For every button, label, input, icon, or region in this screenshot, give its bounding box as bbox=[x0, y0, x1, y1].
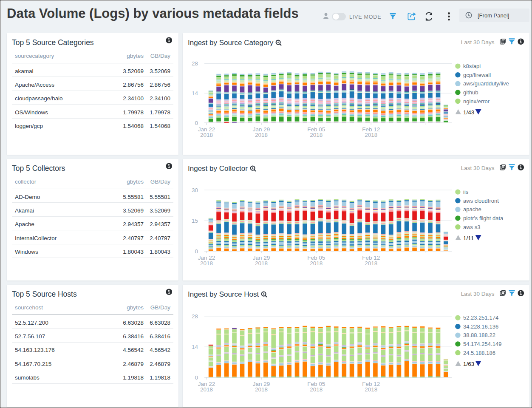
svg-text:2018: 2018 bbox=[255, 260, 268, 266]
svg-text:github: github bbox=[463, 89, 478, 96]
svg-text:1/11: 1/11 bbox=[463, 235, 474, 241]
svg-text:1/63: 1/63 bbox=[463, 361, 474, 367]
svg-text:LIVE MODE: LIVE MODE bbox=[349, 14, 381, 20]
svg-text:38.88.188.22: 38.88.188.22 bbox=[463, 332, 495, 338]
svg-text:14: 14 bbox=[192, 90, 198, 96]
svg-text:piotr's flight data: piotr's flight data bbox=[463, 215, 504, 221]
svg-text:2018: 2018 bbox=[255, 132, 268, 138]
svg-text:2018: 2018 bbox=[310, 260, 323, 266]
svg-text:30: 30 bbox=[192, 187, 198, 193]
svg-text:2018: 2018 bbox=[200, 132, 213, 138]
svg-text:2018: 2018 bbox=[365, 132, 377, 138]
svg-text:54.174.254.149: 54.174.254.149 bbox=[463, 341, 501, 347]
svg-text:k8s/api: k8s/api bbox=[463, 63, 481, 69]
svg-text:gcp/firewall: gcp/firewall bbox=[463, 72, 491, 78]
svg-text:2018: 2018 bbox=[255, 386, 268, 393]
svg-text:0: 0 bbox=[195, 374, 198, 381]
svg-text:iis: iis bbox=[463, 189, 469, 195]
svg-text:28: 28 bbox=[192, 313, 198, 320]
svg-text:0: 0 bbox=[195, 248, 198, 255]
svg-text:nginx/error: nginx/error bbox=[463, 98, 490, 105]
svg-text:34.228.16.136: 34.228.16.136 bbox=[463, 323, 498, 330]
svg-text:2018: 2018 bbox=[310, 132, 323, 138]
svg-text:apache: apache bbox=[463, 206, 481, 212]
svg-text:14: 14 bbox=[192, 344, 198, 350]
svg-text:2018: 2018 bbox=[365, 260, 377, 266]
svg-text:2018: 2018 bbox=[365, 386, 377, 393]
svg-text:1/43: 1/43 bbox=[463, 109, 474, 116]
svg-text:24.5.188.186: 24.5.188.186 bbox=[463, 350, 495, 356]
svg-text:[From Panel]: [From Panel] bbox=[478, 12, 509, 19]
svg-text:2018: 2018 bbox=[200, 386, 213, 393]
svg-text:aws s3: aws s3 bbox=[463, 224, 480, 230]
svg-text:2018: 2018 bbox=[200, 260, 213, 266]
svg-text:aws/guardduty/live: aws/guardduty/live bbox=[463, 80, 509, 87]
svg-text:0: 0 bbox=[195, 120, 198, 126]
svg-text:15: 15 bbox=[192, 218, 198, 224]
svg-text:aws cloudfront: aws cloudfront bbox=[463, 198, 499, 204]
svg-text:28: 28 bbox=[192, 60, 198, 67]
svg-text:2018: 2018 bbox=[310, 386, 323, 393]
svg-text:52.23.251.174: 52.23.251.174 bbox=[463, 314, 498, 321]
